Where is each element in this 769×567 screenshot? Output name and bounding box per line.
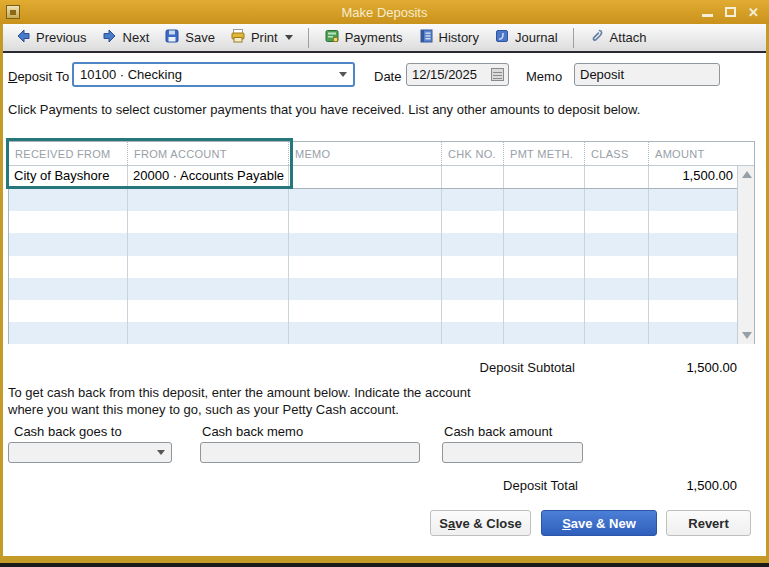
empty-cell[interactable] bbox=[648, 278, 737, 300]
deposit-total-value: 1,500.00 bbox=[620, 478, 737, 493]
empty-cell[interactable] bbox=[648, 322, 737, 344]
empty-cell[interactable] bbox=[441, 256, 503, 278]
make-deposits-window: Make Deposits ✕ Previous Next Save bbox=[0, 0, 769, 567]
cashback-amount-input[interactable] bbox=[443, 443, 582, 462]
empty-cell[interactable] bbox=[127, 211, 288, 233]
empty-cell[interactable] bbox=[648, 211, 737, 233]
column-header-amount: AMOUNT bbox=[648, 142, 754, 165]
cell-amount[interactable]: 1,500.00 bbox=[648, 166, 737, 188]
scroll-down-icon[interactable] bbox=[742, 332, 752, 339]
minimize-icon[interactable] bbox=[702, 14, 713, 17]
empty-cell[interactable] bbox=[127, 300, 288, 322]
previous-button[interactable]: Previous bbox=[11, 26, 91, 49]
deposit-to-dropdown[interactable]: 10100 · Checking bbox=[72, 62, 355, 87]
history-button[interactable]: History bbox=[414, 26, 483, 49]
empty-cell[interactable] bbox=[127, 233, 288, 255]
window-edge-shadow bbox=[0, 563, 769, 567]
maximize-icon[interactable] bbox=[725, 7, 736, 17]
empty-cell[interactable] bbox=[288, 322, 441, 344]
empty-cell[interactable] bbox=[441, 278, 503, 300]
cashback-goes-to-label: Cash back goes to bbox=[14, 424, 122, 439]
deposit-to-label: Deposit To bbox=[8, 69, 69, 84]
cell-memo[interactable] bbox=[288, 166, 441, 188]
empty-cell[interactable] bbox=[9, 211, 127, 233]
empty-cell[interactable] bbox=[441, 189, 503, 211]
date-field[interactable] bbox=[406, 63, 509, 86]
empty-cell[interactable] bbox=[127, 278, 288, 300]
empty-cell[interactable] bbox=[648, 233, 737, 255]
empty-cell[interactable] bbox=[503, 278, 584, 300]
empty-cell[interactable] bbox=[648, 256, 737, 278]
instruction-text: Click Payments to select customer paymen… bbox=[8, 102, 640, 117]
empty-cell[interactable] bbox=[584, 256, 648, 278]
empty-cell[interactable] bbox=[288, 300, 441, 322]
empty-cell[interactable] bbox=[584, 322, 648, 344]
empty-cell[interactable] bbox=[288, 233, 441, 255]
table-body: City of Bayshore 20000 · Accounts Payabl… bbox=[9, 166, 754, 344]
memo-field[interactable] bbox=[574, 63, 720, 86]
cell-chk-no[interactable] bbox=[441, 166, 503, 188]
cashback-memo-input[interactable] bbox=[201, 443, 419, 462]
empty-cell[interactable] bbox=[648, 300, 737, 322]
empty-cell[interactable] bbox=[9, 256, 127, 278]
empty-cell[interactable] bbox=[648, 189, 737, 211]
column-header-chk-no: CHK NO. bbox=[441, 142, 503, 165]
empty-cell[interactable] bbox=[127, 189, 288, 211]
attach-button[interactable]: Attach bbox=[585, 26, 651, 49]
journal-button[interactable]: Journal bbox=[490, 26, 562, 49]
empty-cell[interactable] bbox=[288, 256, 441, 278]
empty-cell[interactable] bbox=[127, 256, 288, 278]
empty-cell[interactable] bbox=[441, 322, 503, 344]
cell-class[interactable] bbox=[584, 166, 648, 188]
empty-cell[interactable] bbox=[9, 189, 127, 211]
table-row-empty bbox=[9, 300, 737, 322]
empty-cell[interactable] bbox=[584, 211, 648, 233]
empty-cell[interactable] bbox=[503, 211, 584, 233]
empty-cell[interactable] bbox=[9, 322, 127, 344]
empty-cell[interactable] bbox=[288, 278, 441, 300]
cashback-goes-to-dropdown[interactable] bbox=[8, 442, 172, 463]
save-button[interactable]: Save bbox=[160, 26, 219, 49]
vertical-scrollbar[interactable] bbox=[737, 166, 754, 344]
empty-cell[interactable] bbox=[441, 300, 503, 322]
close-icon[interactable]: ✕ bbox=[748, 6, 759, 19]
next-button[interactable]: Next bbox=[98, 26, 154, 49]
empty-cell[interactable] bbox=[503, 322, 584, 344]
deposit-to-value: 10100 · Checking bbox=[80, 67, 182, 82]
empty-cell[interactable] bbox=[503, 233, 584, 255]
payments-button[interactable]: Payments bbox=[320, 26, 407, 49]
cell-pmt-meth[interactable] bbox=[503, 166, 584, 188]
empty-cell[interactable] bbox=[503, 189, 584, 211]
history-icon bbox=[418, 28, 434, 47]
cashback-amount-field[interactable] bbox=[442, 442, 583, 463]
save-new-button[interactable]: Save & New bbox=[541, 510, 657, 536]
empty-cell[interactable] bbox=[441, 211, 503, 233]
empty-cell[interactable] bbox=[584, 278, 648, 300]
print-dropdown-arrow[interactable] bbox=[285, 35, 293, 40]
deposit-subtotal-value: 1,500.00 bbox=[620, 360, 737, 375]
empty-cell[interactable] bbox=[9, 300, 127, 322]
empty-cell[interactable] bbox=[503, 256, 584, 278]
save-close-button[interactable]: Save & Close bbox=[430, 510, 531, 536]
empty-cell[interactable] bbox=[441, 233, 503, 255]
empty-cell[interactable] bbox=[584, 300, 648, 322]
arrow-right-icon bbox=[102, 28, 118, 47]
memo-input[interactable] bbox=[575, 64, 719, 85]
revert-button[interactable]: Revert bbox=[666, 510, 751, 536]
empty-cell[interactable] bbox=[9, 278, 127, 300]
calendar-icon[interactable] bbox=[491, 68, 504, 81]
empty-cell[interactable] bbox=[584, 189, 648, 211]
empty-cell[interactable] bbox=[584, 233, 648, 255]
empty-cell[interactable] bbox=[288, 211, 441, 233]
scroll-up-icon[interactable] bbox=[742, 171, 752, 178]
cell-from-account[interactable]: 20000 · Accounts Payable bbox=[127, 166, 288, 188]
cashback-memo-field[interactable] bbox=[200, 442, 420, 463]
empty-cell[interactable] bbox=[503, 300, 584, 322]
empty-cell[interactable] bbox=[127, 322, 288, 344]
table-row-empty bbox=[9, 211, 737, 233]
cell-received-from[interactable]: City of Bayshore bbox=[9, 166, 127, 188]
print-button[interactable]: Print bbox=[226, 26, 297, 49]
deposits-table: RECEIVED FROM FROM ACCOUNT MEMO CHK NO. … bbox=[8, 141, 755, 344]
empty-cell[interactable] bbox=[9, 233, 127, 255]
empty-cell[interactable] bbox=[288, 189, 441, 211]
